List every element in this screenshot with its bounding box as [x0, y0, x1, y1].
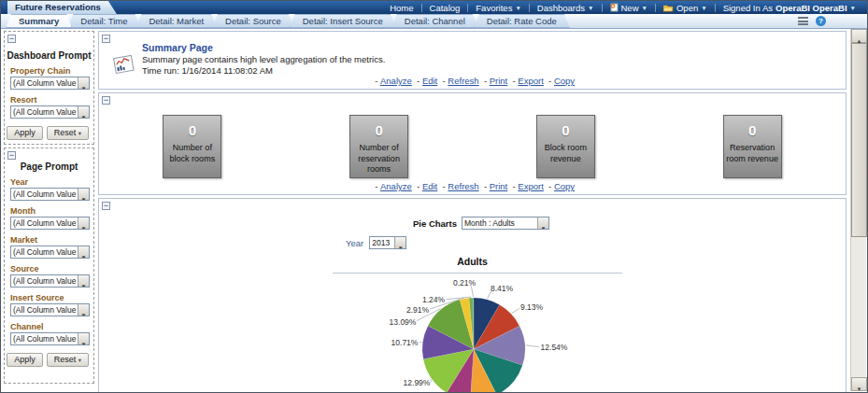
- pie-chart-dropdown[interactable]: Month : Adults: [462, 217, 549, 230]
- new-document-icon: [610, 3, 619, 12]
- summary-description: Summary page contains high level aggrega…: [142, 54, 385, 64]
- prompt-field-label: Market: [10, 235, 90, 245]
- chevron-down-icon: ▼: [850, 5, 856, 11]
- action-link[interactable]: Print: [479, 181, 508, 191]
- signed-in-user: OperaBI OperaBI: [776, 3, 847, 13]
- metric-value: 0: [724, 122, 781, 138]
- chevron-down-icon[interactable]: [78, 77, 89, 89]
- action-link[interactable]: Export: [507, 181, 544, 191]
- action-link[interactable]: Refresh: [437, 76, 478, 86]
- prompt-dropdown[interactable]: (All Column Value: [10, 105, 90, 119]
- pie-slice-label: 12.99%: [404, 378, 431, 387]
- dashboard-title-tab[interactable]: Future Reservations: [7, 1, 117, 14]
- reset-button[interactable]: Reset ▾: [47, 353, 89, 367]
- prompt-field: Channel (All Column Value: [10, 322, 90, 345]
- prompt-dropdown[interactable]: (All Column Value: [10, 77, 90, 90]
- collapse-icon[interactable]: [102, 202, 110, 210]
- prompt-dropdown[interactable]: (All Column Value: [10, 188, 90, 201]
- prompt-field-label: Resort: [10, 95, 90, 105]
- page-tab[interactable]: Detail: Insert Source: [290, 14, 396, 28]
- page-prompt-panel: Page Prompt Year (All Column Value Month…: [4, 147, 94, 384]
- nav-catalog[interactable]: Catalog: [422, 3, 468, 13]
- prompt-dropdown[interactable]: (All Column Value: [10, 332, 90, 345]
- chevron-down-icon[interactable]: [78, 218, 89, 229]
- collapse-icon[interactable]: [7, 151, 16, 160]
- metric-tile: 0 Number of block rooms: [163, 115, 221, 178]
- page-prompt-fields: Year (All Column Value Month (All Column…: [5, 177, 93, 345]
- prompt-dropdown[interactable]: (All Column Value: [10, 303, 90, 316]
- chevron-down-icon[interactable]: [78, 189, 89, 200]
- prompt-field-label: Source: [10, 264, 90, 274]
- metric-value: 0: [537, 122, 594, 138]
- action-link[interactable]: Export: [507, 76, 544, 86]
- chevron-down-icon[interactable]: [537, 218, 548, 229]
- chevron-down-icon: ▼: [701, 5, 706, 11]
- prompt-dropdown[interactable]: (All Column Value: [10, 217, 90, 230]
- page-tab[interactable]: Detail: Time: [67, 14, 140, 28]
- collapse-icon[interactable]: [102, 96, 110, 105]
- nav-favorites[interactable]: Favorites▼: [468, 3, 529, 13]
- action-link[interactable]: Copy: [544, 76, 575, 86]
- collapse-icon[interactable]: [102, 35, 110, 43]
- pie-slice-label: 0.21%: [453, 278, 477, 288]
- obiee-dashboard-window: Home Catalog Favorites▼ Dashboards▼ New▼…: [0, 0, 868, 393]
- nav-dashboards-label: Dashboards: [537, 3, 585, 13]
- nav-new[interactable]: New▼: [603, 3, 655, 13]
- collapse-icon[interactable]: [7, 35, 16, 43]
- prompt-field: Market (All Column Value: [10, 235, 90, 259]
- reset-button[interactable]: Reset ▾: [47, 126, 89, 140]
- apply-button[interactable]: Apply: [7, 353, 43, 367]
- action-link[interactable]: Edit: [412, 181, 437, 191]
- nav-new-label: New: [621, 3, 639, 13]
- dashboard-prompt-panel: Dashboard Prompt Property Chain (All Col…: [4, 31, 94, 145]
- page-tab[interactable]: Detail: Source: [212, 14, 294, 28]
- year-dropdown[interactable]: 2013: [369, 236, 406, 249]
- page-tab[interactable]: Detail: Rate Code: [474, 14, 570, 28]
- action-link[interactable]: Refresh: [437, 181, 478, 191]
- page-tab[interactable]: Summary: [6, 14, 72, 28]
- action-link[interactable]: Print: [479, 76, 508, 86]
- vertical-scrollbar[interactable]: [850, 29, 866, 391]
- prompt-field-label: Insert Source: [10, 293, 90, 302]
- chevron-down-icon[interactable]: [78, 275, 89, 287]
- year-label: Year: [346, 238, 363, 248]
- page-tab[interactable]: Detail: Channel: [391, 14, 478, 28]
- chevron-down-icon: ▾: [78, 130, 81, 136]
- scrollbar-thumb[interactable]: [851, 43, 867, 237]
- action-link[interactable]: Edit: [412, 76, 437, 86]
- prompt-dropdown[interactable]: (All Column Value: [10, 246, 90, 259]
- prompt-dropdown-value: (All Column Value: [11, 246, 78, 258]
- nav-open[interactable]: Open▼: [656, 3, 715, 13]
- pie-slice-label: 12.54%: [541, 343, 568, 352]
- nav-dashboards[interactable]: Dashboards▼: [530, 3, 602, 13]
- page-options-icon[interactable]: [798, 17, 808, 25]
- chevron-down-icon[interactable]: [394, 237, 406, 248]
- metric-label: Block room revenue: [537, 143, 594, 164]
- nav-catalog-label: Catalog: [430, 3, 461, 13]
- metric-value: 0: [350, 122, 407, 138]
- scrollbar-down-icon[interactable]: [851, 377, 867, 391]
- page-tab[interactable]: Detail: Market: [135, 14, 217, 28]
- apply-button[interactable]: Apply: [7, 126, 43, 140]
- chevron-down-icon[interactable]: [78, 304, 89, 316]
- nav-home[interactable]: Home: [382, 3, 420, 13]
- summary-header-text: Summary Page Summary page contains high …: [142, 42, 385, 76]
- chevron-down-icon[interactable]: [78, 246, 89, 258]
- nav-home-label: Home: [390, 3, 413, 13]
- help-icon[interactable]: ?: [816, 16, 826, 26]
- action-link[interactable]: Copy: [544, 181, 575, 191]
- action-link[interactable]: Analyze: [370, 76, 412, 86]
- top-title-bar: Home Catalog Favorites▼ Dashboards▼ New▼…: [1, 1, 867, 14]
- chevron-down-icon[interactable]: [78, 333, 89, 344]
- prompt-dropdown[interactable]: (All Column Value: [10, 274, 90, 288]
- pie-slice-label: 9.13%: [520, 302, 544, 312]
- reset-label: Reset: [54, 128, 77, 137]
- chart-title: Adults: [99, 256, 846, 267]
- action-link[interactable]: Analyze: [370, 181, 412, 191]
- page-tab-strip: SummaryDetail: TimeDetail: MarketDetail:…: [1, 14, 867, 29]
- nav-signed-in[interactable]: Signed In As OperaBI OperaBI ▼: [716, 3, 863, 13]
- scrollbar-up-icon[interactable]: [851, 29, 867, 43]
- global-nav: Home Catalog Favorites▼ Dashboards▼ New▼…: [382, 1, 863, 14]
- prompt-field: Property Chain (All Column Value: [10, 66, 90, 90]
- chevron-down-icon[interactable]: [78, 106, 89, 118]
